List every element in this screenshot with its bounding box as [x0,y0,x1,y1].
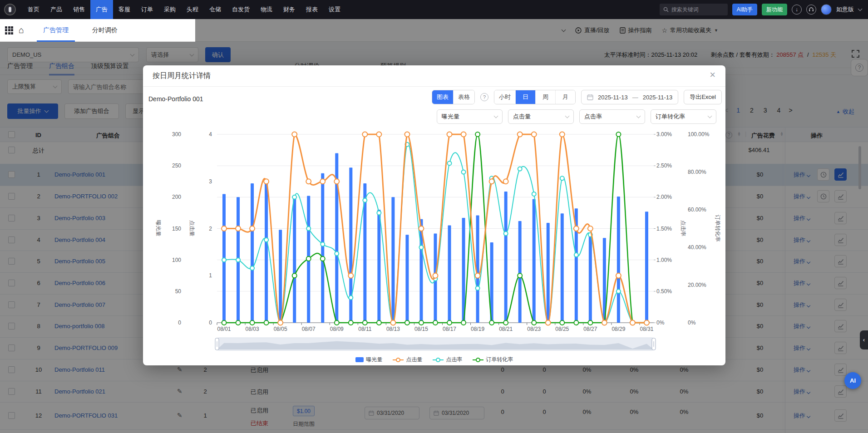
metric-select-1[interactable]: 曝光量 [437,109,503,124]
axis-label: 08/09 [330,326,344,332]
axis-label: 08/05 [274,326,287,332]
axis-label: 0 [209,320,212,326]
nav-item-10[interactable]: 自发货 [227,0,255,19]
date-start: 2025-11-13 [598,94,628,101]
nav-item-7[interactable]: 采购 [158,0,181,19]
axis-label: 08/17 [443,326,456,332]
legend-item-4[interactable]: 订单转化率 [473,356,513,364]
legend-line-swatch [393,358,404,362]
page-tab-2[interactable]: 分时调价 [80,19,129,42]
nav-item-8[interactable]: 头程 [181,0,204,19]
home-icon[interactable]: ⌂ [19,25,24,35]
app-logo-icon [4,4,16,15]
view-toggle: 图表表格 [432,90,475,104]
legend-item-3[interactable]: 点击率 [433,356,463,364]
slider-handle[interactable] [215,338,219,350]
axis-label: 点击量 [189,220,195,236]
nav-item-5[interactable]: 客服 [113,0,136,19]
download-icon[interactable]: ↓ [792,5,802,15]
axis-label: 40.00% [688,244,706,251]
nav-item-2[interactable]: 产品 [45,0,68,19]
ai-fab-button[interactable]: AI [844,372,861,389]
view-tab-1[interactable]: 图表 [432,90,453,104]
search-icon [663,7,669,12]
nav-item-14[interactable]: 设置 [323,0,346,19]
date-range-picker[interactable]: 2025-11-13 — 2025-11-13 [581,90,678,104]
apps-grid-icon[interactable] [5,26,13,34]
nav-item-11[interactable]: 物流 [255,0,278,19]
axis-label: 0 [178,320,181,326]
headset-icon[interactable] [806,5,816,15]
close-icon[interactable]: × [710,69,715,81]
top-nav-menu: 首页产品销售广告客服订单采购头程仓储自发货物流财务报表设置 [22,0,346,19]
chart-toolbar: 图表表格 ? 小时日周月 2025-11-13 — 2025-11-13 导出E… [432,90,722,104]
period-tab-2[interactable]: 日 [515,90,535,104]
nav-item-4[interactable]: 广告 [90,0,113,19]
axis-label: 08/23 [527,326,541,332]
nav-item-3[interactable]: 销售 [68,0,90,19]
calendar-icon [587,94,593,100]
edge-collapse-tab[interactable]: ‹ [860,330,868,349]
metric-select-4[interactable]: 订单转化率 [651,109,716,124]
axis-label: 点击率 [680,220,686,236]
axis-label: 08/21 [499,326,513,332]
export-excel-button[interactable]: 导出Excel [684,90,722,104]
legend-line-swatch [433,358,444,362]
ai-assistant-button[interactable]: AI助手 [732,4,757,15]
period-toggle: 小时日周月 [494,90,576,104]
date-end: 2025-11-13 [643,94,673,101]
metric-selects: 曝光量点击量点击率订单转化率 [437,109,716,124]
axis-label: 4 [209,131,212,138]
legend-bar-swatch [355,357,364,362]
nav-item-9[interactable]: 仓储 [204,0,227,19]
global-search[interactable] [660,4,728,15]
axis-label: 08/19 [471,326,484,332]
chevron-down-icon [708,114,712,118]
axis-label: 1.50% [656,226,672,232]
axis-label: 0.50% [656,288,672,295]
slider-handle[interactable] [652,338,656,350]
nav-item-6[interactable]: 订单 [136,0,158,19]
axis-label: 3 [209,178,212,185]
axis-label: 100.00% [688,131,710,138]
user-avatar[interactable] [821,4,832,15]
nav-item-1[interactable]: 首页 [22,0,45,19]
metric-select-2[interactable]: 点击量 [508,109,574,124]
axis-label: 08/27 [583,326,597,332]
axis-label: 20.00% [688,282,706,288]
period-tab-4[interactable]: 月 [555,90,575,104]
chevron-down-icon [565,114,570,118]
new-feature-button[interactable]: 新功能 [762,4,787,15]
axis-label: 08/11 [358,326,371,332]
axis-label: 250 [172,162,181,169]
metric-select-3[interactable]: 点击率 [579,109,645,124]
help-icon[interactable]: ? [480,93,488,101]
modal-backdrop [195,19,868,42]
legend-item-1[interactable]: 曝光量 [355,356,383,364]
legend-item-2[interactable]: 点击量 [393,356,423,364]
period-tab-1[interactable]: 小时 [494,90,515,104]
nav-item-13[interactable]: 报表 [301,0,323,19]
axis-label: 300 [172,131,181,138]
page-tab-1[interactable]: 广告管理 [31,19,80,42]
view-tab-2[interactable]: 表格 [453,90,474,104]
edition-chevron-down-icon[interactable] [858,7,863,11]
axis-label: 08/03 [246,326,259,332]
axis-label: 3.00% [656,131,672,138]
axis-label: 1 [209,272,212,279]
edition-label[interactable]: 如意版 [836,5,854,14]
axis-label: 2 [209,226,212,232]
axis-label: 08/13 [386,326,400,332]
period-tab-3[interactable]: 周 [535,90,555,104]
search-input[interactable] [671,6,721,13]
axis-label: 80.00% [688,169,706,175]
axis-label: 100 [172,257,181,263]
axis-label: 0% [688,320,696,326]
axis-label: 0% [656,320,665,326]
stats-detail-modal: 按日周月统计详情 × Demo-Portfolio 001 图表表格 ? 小时日… [143,65,725,365]
top-nav: 首页产品销售广告客服订单采购头程仓储自发货物流财务报表设置 AI助手 新功能 ↓… [0,0,868,19]
axis-label: 08/29 [612,326,625,332]
nav-item-12[interactable]: 财务 [278,0,301,19]
axis-label: 曝光量 [155,220,162,236]
axis-label: 200 [172,194,181,200]
